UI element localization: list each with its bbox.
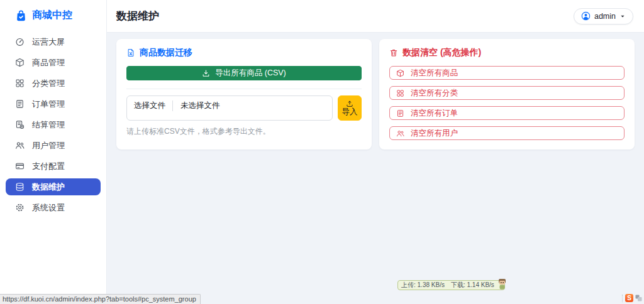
receipt-icon: [15, 99, 25, 109]
upload-speed: 上传: 1.38 KB/s: [401, 281, 445, 290]
clear-button-label: 清空所有用户: [411, 128, 458, 139]
sidebar-item-grid[interactable]: 分类管理: [6, 75, 101, 92]
upload-icon: [346, 100, 353, 107]
clear-button-people[interactable]: 清空所有用户: [389, 126, 625, 140]
topbar: 数据维护 admin: [107, 0, 644, 33]
sidebar-item-box[interactable]: 商品管理: [6, 54, 101, 71]
clear-button-label: 清空所有订单: [411, 108, 458, 119]
upload-row: 选择文件 未选择文件 导入: [126, 95, 362, 121]
sidebar: 商城中控 运营大屏 商品管理 分类管理 订单管理: [0, 0, 107, 304]
grid-icon: [396, 89, 404, 97]
sidebar-item-label: 用户管理: [32, 140, 65, 151]
file-status-text: 未选择文件: [180, 100, 220, 111]
user-menu-button[interactable]: admin: [574, 8, 633, 24]
migration-card-title: 商品数据迁移: [126, 47, 362, 58]
user-name: admin: [594, 12, 616, 21]
danger-card-title: 数据清空 (高危操作): [389, 47, 625, 58]
clear-button-grid[interactable]: 清空所有分类: [389, 86, 625, 100]
trash-icon: [389, 48, 398, 57]
gear-icon: [15, 203, 25, 212]
net-speed-widget[interactable]: 上传: 1.38 KB/s 下载: 1.14 KB/s: [397, 280, 505, 290]
file-excel-icon: [126, 48, 135, 57]
download-speed: 下载: 1.14 KB/s: [451, 281, 494, 290]
sidebar-item-credit-card[interactable]: 支付配置: [6, 158, 101, 175]
s-logo-icon[interactable]: S: [625, 294, 633, 302]
danger-button-list: 清空所有商品 清空所有分类 清空所有订单 清空所有用户: [389, 66, 625, 140]
receipt-icon: [396, 109, 404, 117]
people-icon: [15, 141, 25, 150]
migration-card: 商品数据迁移 导出所有商品 (CSV) 选择文件 未选择文件 导入 请上传标准C…: [116, 39, 372, 149]
sidebar-item-label: 运营大屏: [32, 36, 65, 48]
sidebar-item-label: 结算管理: [32, 119, 65, 131]
upload-helper-text: 请上传标准CSV文件，格式参考导出文件。: [126, 126, 362, 137]
clear-button-receipt[interactable]: 清空所有订单: [389, 106, 625, 120]
divider: [126, 89, 362, 89]
sidebar-item-database[interactable]: 数据维护: [6, 178, 101, 195]
speedometer-icon: [15, 37, 25, 46]
sidebar-item-label: 数据维护: [32, 182, 65, 193]
clear-button-label: 清空所有分类: [411, 88, 458, 99]
pet-avatar: [497, 278, 508, 291]
export-products-button[interactable]: 导出所有商品 (CSV): [126, 66, 362, 80]
page-title: 数据维护: [116, 9, 159, 23]
sidebar-nav: 运营大屏 商品管理 分类管理 订单管理 结算管理: [0, 33, 106, 216]
people-icon: [396, 129, 404, 138]
credit-card-icon: [15, 161, 25, 171]
database-icon: [15, 182, 25, 192]
caret-down-icon: [619, 13, 626, 19]
sidebar-item-people[interactable]: 用户管理: [6, 137, 101, 154]
tray-icon[interactable]: [635, 295, 642, 301]
browser-status-url: https://df.kuoi.cn/admin/index.php?tab=t…: [0, 294, 201, 304]
clear-button-label: 清空所有商品: [411, 68, 458, 79]
sidebar-item-speedometer[interactable]: 运营大屏: [6, 33, 101, 50]
bag-check-icon: [15, 9, 27, 21]
clear-button-box[interactable]: 清空所有商品: [389, 66, 625, 80]
choose-file-button[interactable]: 选择文件: [134, 100, 173, 111]
sidebar-item-label: 系统设置: [32, 202, 65, 214]
corner-widgets: S: [622, 294, 642, 302]
sidebar-item-label: 分类管理: [32, 78, 65, 89]
box-icon: [396, 69, 404, 77]
sidebar-item-label: 支付配置: [32, 161, 65, 172]
brand-title: 商城中控: [32, 9, 72, 22]
cash-icon: [15, 120, 25, 129]
import-button[interactable]: 导入: [338, 95, 362, 121]
sidebar-item-label: 商品管理: [32, 57, 65, 68]
box-icon: [15, 58, 25, 67]
grid-icon: [15, 79, 25, 88]
main-content: 商品数据迁移 导出所有商品 (CSV) 选择文件 未选择文件 导入 请上传标准C…: [107, 33, 644, 304]
sidebar-item-receipt[interactable]: 订单管理: [6, 95, 101, 112]
sidebar-item-cash[interactable]: 结算管理: [6, 116, 101, 133]
file-input[interactable]: 选择文件 未选择文件: [126, 95, 333, 121]
sidebar-item-gear[interactable]: 系统设置: [6, 199, 101, 216]
brand: 商城中控: [0, 0, 106, 23]
danger-card: 数据清空 (高危操作) 清空所有商品 清空所有分类 清空所有订单: [379, 39, 635, 149]
sidebar-item-label: 订单管理: [32, 99, 65, 110]
drag-handle[interactable]: [622, 295, 623, 302]
person-circle-icon: [581, 11, 591, 21]
download-icon: [202, 69, 210, 77]
